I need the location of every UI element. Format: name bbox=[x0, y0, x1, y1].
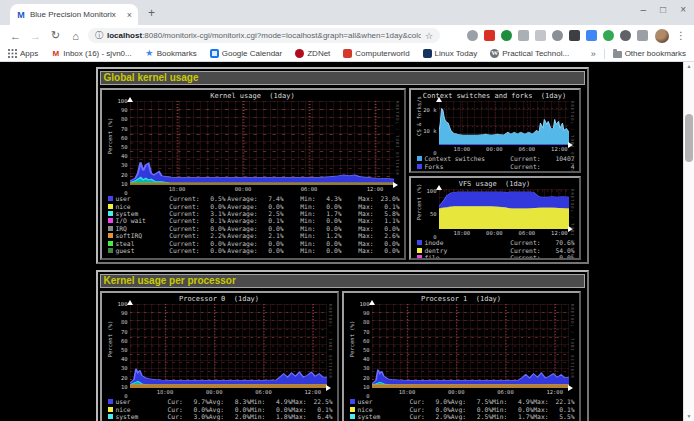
legend-swatch bbox=[350, 407, 355, 412]
pin-extension-icon[interactable] bbox=[620, 30, 631, 41]
new-tab-button[interactable]: + bbox=[148, 7, 155, 19]
legend-stat-label: Min: bbox=[300, 225, 315, 232]
bookmark-star-icon[interactable]: ☆ bbox=[425, 31, 433, 41]
y-tick-label: 10 bbox=[363, 384, 370, 390]
legend-stat-value: 22.1% bbox=[549, 398, 575, 405]
forward-icon[interactable]: → bbox=[28, 30, 43, 42]
legend-stat: Min:4.3% bbox=[284, 195, 342, 202]
y-axis-ticks: 20 k10 k0 bbox=[422, 101, 439, 153]
site-info-icon[interactable]: ⓘ bbox=[95, 30, 103, 41]
legend-stat-label: Min: bbox=[300, 203, 315, 210]
window-minimize-icon[interactable]: – bbox=[641, 4, 647, 15]
blue-app-extension-icon[interactable] bbox=[586, 30, 597, 41]
legend-stat: Cur:0.0% bbox=[168, 406, 209, 413]
cast-extension-icon[interactable] bbox=[552, 30, 563, 41]
legend-stat-value: 0.0% bbox=[200, 203, 226, 210]
reload-icon[interactable]: ↻ bbox=[48, 29, 63, 42]
legend-stat-label: Current: bbox=[169, 240, 199, 247]
legend-stat-label: Min: bbox=[300, 195, 315, 202]
legend-stat: Min:1.8% bbox=[250, 413, 291, 420]
kernel-usage-graph[interactable]: Kernel usage (1day)Percent (%)1009080706… bbox=[100, 88, 406, 260]
legend-stat-value: 1.8% bbox=[265, 413, 291, 420]
globe-extension-icon[interactable] bbox=[501, 30, 512, 41]
rrdtool-watermark: RRDTOOL / TOBI OETIKER bbox=[327, 304, 335, 396]
window-close-icon[interactable]: × bbox=[680, 4, 686, 15]
legend-series-name: system bbox=[116, 210, 168, 217]
y-axis-arrow-icon bbox=[369, 300, 375, 305]
window-maximize-icon[interactable]: □ bbox=[660, 4, 666, 15]
bookmark-wordpress[interactable]: WPractical Technol... bbox=[490, 49, 569, 58]
legend-stat-label: Min: bbox=[300, 210, 315, 217]
browser-menu-icon[interactable]: ⋮ bbox=[676, 30, 686, 41]
chart-title: Processor 1 (1day) bbox=[346, 295, 577, 304]
legend-stat-label: Max: bbox=[533, 413, 548, 420]
y-tick-label: 30 bbox=[363, 365, 370, 371]
legend-stat-label: Min: bbox=[250, 406, 265, 413]
dark-app-extension-icon[interactable] bbox=[569, 30, 580, 41]
legend-stat-label: Min: bbox=[300, 240, 315, 247]
page-scrollbar[interactable]: ▲ ▼ bbox=[683, 62, 694, 421]
other-bookmarks-button[interactable]: Other bookmarks bbox=[613, 49, 686, 58]
legend-stat: Average:7.4% bbox=[226, 195, 284, 202]
browser-tab[interactable]: M Blue Precision Monitorix × bbox=[10, 4, 138, 25]
frame-extension-icon[interactable] bbox=[535, 30, 546, 41]
green-app-extension-icon[interactable] bbox=[603, 30, 614, 41]
legend-stat-label: Current: bbox=[169, 210, 199, 217]
x-tick-label: 06:00 bbox=[497, 389, 514, 395]
home-icon[interactable]: ⌂ bbox=[68, 30, 83, 42]
bookmarks-bar: AppsMInbox (16) - sjvn0...★BookmarksGoog… bbox=[0, 46, 694, 62]
scroll-up-icon[interactable]: ▲ bbox=[684, 62, 694, 71]
legend-series-name: guest bbox=[116, 247, 168, 254]
context-switches-graph[interactable]: Context switches and forks (1day)CS & fo… bbox=[409, 88, 581, 173]
search-extension-icon[interactable] bbox=[467, 30, 478, 41]
bookmark-apps-grid[interactable]: Apps bbox=[8, 49, 38, 58]
bookmarks-overflow-icon[interactable]: » bbox=[591, 49, 596, 59]
legend-stat: Max:5.8% bbox=[342, 210, 400, 217]
folder-icon bbox=[613, 51, 622, 58]
chart-title: Processor 0 (1day) bbox=[104, 295, 335, 304]
legend-stat-label: Max: bbox=[358, 232, 373, 239]
rrdtool-watermark-text: RRDTOOL / TOBI OETIKER bbox=[570, 101, 575, 173]
legend-stat-value: 0.0% bbox=[374, 225, 400, 232]
scroll-down-icon[interactable]: ▼ bbox=[684, 412, 694, 421]
url-bar[interactable]: ⓘ localhost:8080/monitorix-cgi/monitorix… bbox=[88, 28, 440, 43]
profile-avatar[interactable] bbox=[655, 29, 669, 43]
processor-1-graph[interactable]: Processor 1 (1day)Percent (%)10090807060… bbox=[342, 291, 581, 421]
legend-stat-value: 0.0% bbox=[265, 406, 291, 413]
legend-stat-label: Current: bbox=[169, 225, 199, 232]
legend-stat: Average:2.5% bbox=[226, 210, 284, 217]
copy-pages-extension-icon[interactable] bbox=[518, 30, 529, 41]
legend-swatch bbox=[108, 241, 113, 246]
bookmark-star-blue[interactable]: ★Bookmarks bbox=[145, 49, 197, 58]
processor-0-graph[interactable]: Processor 0 (1day)Percent (%)10090807060… bbox=[100, 291, 339, 421]
back-icon[interactable]: ← bbox=[8, 30, 23, 42]
legend-stat-label: Max: bbox=[533, 398, 548, 405]
legend-stat-value: 7.5% bbox=[466, 398, 492, 405]
bookmark-linux-today[interactable]: Linux Today bbox=[423, 49, 478, 58]
legend-stat-value: 5.5% bbox=[549, 413, 575, 420]
legend-series-name: system bbox=[358, 413, 410, 420]
y-tick-label: 20 bbox=[121, 375, 128, 381]
legend-swatch bbox=[350, 414, 355, 419]
bookmark-gmail[interactable]: MInbox (16) - sjvn0... bbox=[51, 49, 131, 58]
legend-stat-value: 2.1% bbox=[258, 232, 284, 239]
scrollbar-thumb[interactable] bbox=[685, 114, 693, 162]
legend-swatch bbox=[108, 218, 113, 223]
tab-close-icon[interactable]: × bbox=[127, 10, 132, 20]
vfs-usage-graph[interactable]: VFS usage (1day)Percent (%)10050018:0000… bbox=[409, 176, 581, 260]
legend-stat-value: 5.8% bbox=[374, 210, 400, 217]
y-tick-label: 0 bbox=[124, 190, 127, 196]
legend-stat: Current:10407 bbox=[510, 155, 574, 162]
legend-stat: Avg:0.0% bbox=[451, 406, 492, 413]
legend-stat-label: Cur: bbox=[168, 413, 183, 420]
bookmark-computerworld[interactable]: Computerworld bbox=[343, 49, 409, 58]
bookmark-calendar[interactable]: Google Calendar bbox=[210, 49, 282, 58]
legend-stat-value: 0.0% bbox=[316, 247, 342, 254]
legend-stat-label: Max: bbox=[358, 210, 373, 217]
bookmark-label: Linux Today bbox=[435, 49, 478, 58]
mail-extension-icon[interactable] bbox=[484, 30, 495, 41]
bookmark-zdnet[interactable]: ZDNet bbox=[295, 49, 330, 58]
tab-list-extension-icon[interactable] bbox=[637, 30, 648, 41]
legend-series-name: softIRQ bbox=[116, 232, 168, 239]
legend-stat: Max:22.1% bbox=[533, 398, 574, 405]
